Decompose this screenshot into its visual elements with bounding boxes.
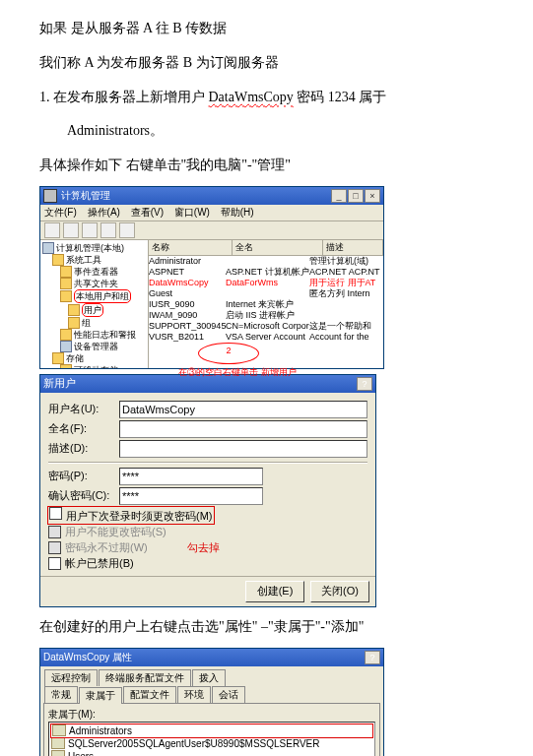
list-row[interactable]: Guest匿名方列 Intern <box>149 288 383 299</box>
col-desc[interactable]: 描述 <box>323 240 383 255</box>
tree-users-group[interactable]: 本地用户和组 <box>74 289 131 303</box>
menu-view[interactable]: 查看(V) <box>131 207 164 218</box>
cell: ASP.NET 计算机帐户 <box>226 267 309 278</box>
col-fullname[interactable]: 全名 <box>233 240 323 255</box>
label-password: 密码(P): <box>48 469 119 483</box>
cell: 匿名方列 Intern <box>309 288 383 299</box>
mmc-title: 计算机管理 <box>61 189 110 203</box>
annotation-foot: 在③的空白右键单击 新增用户 <box>178 366 297 379</box>
tree-root[interactable]: 计算机管理(本地) <box>56 242 124 254</box>
toolbar-refresh-icon[interactable] <box>119 222 135 238</box>
menu-window[interactable]: 窗口(W) <box>174 207 210 218</box>
tab-general[interactable]: 常规 <box>44 686 78 703</box>
menu-file[interactable]: 文件(F) <box>44 207 77 218</box>
tree-dev[interactable]: 设备管理器 <box>74 341 118 352</box>
list-row[interactable]: SUPPORT_300945a0CN=Microsoft Corpora这是一个… <box>149 321 383 332</box>
paragraph-5: 在创建好的用户上右键点击选"属性" –"隶属于"-"添加" <box>39 612 494 643</box>
group-row[interactable]: SQLServer2005SQLAgentUser$U8990$MSSQLSER… <box>51 737 372 750</box>
mmc-list[interactable]: 名称 全名 描述 Administrator管理计算机(域) ASPNETASP… <box>149 240 383 368</box>
tree-evt[interactable]: 事件查看器 <box>74 266 118 278</box>
label-username: 用户名(U): <box>48 402 119 416</box>
p3-a: 1. 在发布服务器上新增用户 <box>39 90 209 104</box>
newuser-title: 新用户 <box>43 376 76 391</box>
input-username[interactable] <box>119 401 367 418</box>
col-name[interactable]: 名称 <box>149 240 233 255</box>
tree-rem[interactable]: 可移动存储 <box>74 364 118 368</box>
paragraph-3c: Administrators。 <box>39 116 494 147</box>
paragraph-2: 我们称 A 为发布服务器 B 为订阅服务器 <box>39 48 494 79</box>
tab-dialin[interactable]: 拨入 <box>192 669 226 686</box>
label-cantchange: 用户不能更改密码(S) <box>65 525 167 539</box>
memberof-list[interactable]: Administrators SQLServer2005SQLAgentUser… <box>48 722 375 756</box>
menu-action[interactable]: 操作(A) <box>88 207 120 218</box>
maximize-button[interactable]: □ <box>348 189 364 203</box>
paragraph-3: 1. 在发布服务器上新增用户 DataWmsCopy 密码 1234 属于 <box>39 83 494 113</box>
list-row[interactable]: Administrator管理计算机(域) <box>149 256 383 267</box>
cell: 用于运行 用于AT <box>309 278 383 288</box>
tab-memberof[interactable]: 隶属于 <box>79 687 122 704</box>
input-desc[interactable] <box>119 440 367 458</box>
close-dialog-button[interactable]: 关闭(O) <box>310 581 369 602</box>
toolbar-back-icon[interactable] <box>44 222 60 238</box>
create-button[interactable]: 创建(E) <box>245 581 304 602</box>
help-button[interactable]: ? <box>365 651 380 664</box>
tab-env[interactable]: 环境 <box>177 686 211 703</box>
list-row[interactable]: IWAM_9090启动 IIS 进程帐户 <box>149 310 383 321</box>
menu-help[interactable]: 帮助(H) <box>221 207 254 218</box>
input-fullname[interactable] <box>119 420 367 438</box>
tab-remote[interactable]: 远程控制 <box>44 669 98 686</box>
tab-row-2: 常规 隶属于 配置文件 环境 会话 <box>40 686 383 703</box>
input-password[interactable] <box>119 468 263 485</box>
cell: DataForWms <box>226 278 309 288</box>
tab-row-1: 远程控制 终端服务配置文件 拨入 <box>40 666 383 686</box>
tree-perf[interactable]: 性能日志和警报 <box>74 329 136 341</box>
list-row[interactable]: DataWmsCopyDataForWms用于运行 用于AT <box>149 278 383 288</box>
p3-b: 密码 1234 属于 <box>294 90 387 104</box>
folder-icon <box>68 304 80 316</box>
help-button[interactable]: ? <box>357 377 372 391</box>
cell: SUPPORT_300945a0 <box>149 321 226 332</box>
folder-icon <box>60 364 72 368</box>
tab-session[interactable]: 会话 <box>212 686 245 703</box>
tree-share[interactable]: 共享文件夹 <box>74 278 118 289</box>
checkbox-mustchange[interactable] <box>49 507 62 520</box>
mmc-tree[interactable]: 计算机管理(本地) 系统工具 事件查看器 共享文件夹 本地用户和组 用户 组 性… <box>40 240 149 368</box>
close-button[interactable]: × <box>365 189 380 203</box>
group-icon <box>52 724 66 736</box>
cell: 这是一个帮助和 <box>309 321 383 332</box>
checkbox-disabled[interactable] <box>48 557 61 570</box>
oval-number: 2 <box>226 346 231 355</box>
checkbox-cantchange[interactable] <box>48 526 61 538</box>
toolbar-fwd-icon[interactable] <box>63 222 79 238</box>
tab-tsprofile[interactable]: 终端服务配置文件 <box>99 669 191 686</box>
cell <box>309 310 383 321</box>
label-desc: 描述(D): <box>48 441 119 456</box>
folder-icon <box>60 266 72 278</box>
tree-sys[interactable]: 系统工具 <box>66 254 101 266</box>
toolbar-up-icon[interactable] <box>82 222 98 238</box>
folder-icon <box>52 352 64 364</box>
device-icon <box>60 341 72 352</box>
group-icon <box>51 750 65 756</box>
tab-profile[interactable]: 配置文件 <box>123 686 176 703</box>
group-row[interactable]: Users <box>51 750 372 756</box>
toolbar-props-icon[interactable] <box>100 222 116 238</box>
group-name: Users <box>68 750 94 756</box>
mmc-toolbar <box>40 221 383 240</box>
group-row[interactable]: Administrators <box>51 724 372 737</box>
mmc-window: 计算机管理 _ □ × 文件(F) 操作(A) 查看(V) 窗口(W) 帮助(H… <box>39 186 384 369</box>
cell: ACP.NET ACP.NT <box>309 267 383 278</box>
tree-stor[interactable]: 存储 <box>66 352 84 364</box>
tree-groups[interactable]: 组 <box>82 317 91 329</box>
label-password2: 确认密码(C): <box>48 488 119 503</box>
list-row[interactable]: IUSR_9090Internet 来宾帐户 <box>149 299 383 310</box>
minimize-button[interactable]: _ <box>331 189 347 203</box>
tree-users[interactable]: 用户 <box>82 303 103 317</box>
cell: Internet 来宾帐户 <box>226 299 309 310</box>
list-row[interactable]: VUSR_B2011VSA Server AccountAccount for … <box>149 332 383 343</box>
folder-icon <box>60 290 72 302</box>
checkbox-neverexpire[interactable] <box>48 541 61 554</box>
list-row[interactable]: ASPNETASP.NET 计算机帐户ACP.NET ACP.NT <box>149 267 383 278</box>
input-password-confirm[interactable] <box>119 487 263 505</box>
folder-icon <box>52 254 64 266</box>
